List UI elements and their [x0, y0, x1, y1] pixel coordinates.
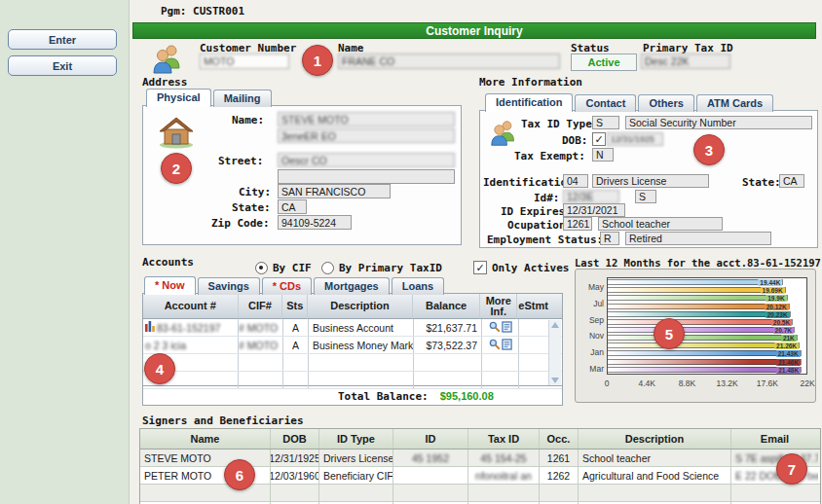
chart-bar: 21.26K [608, 342, 800, 348]
tab-mortgages[interactable]: Mortgages [314, 277, 390, 295]
signer-description [579, 485, 731, 501]
chart-bar: 20.5K [608, 319, 793, 325]
id-state-input[interactable]: CA [779, 174, 804, 188]
signer-id [393, 467, 468, 484]
exit-button[interactable]: Exit [8, 55, 117, 76]
col-tax-id: Tax ID [468, 429, 540, 449]
employment-code-input[interactable]: R [600, 232, 619, 245]
empty-cell [239, 372, 283, 388]
description-cell: Business Account [309, 319, 414, 336]
chart-month-label: Jan [581, 348, 607, 356]
address-zip-input[interactable]: 94109-5224 [278, 215, 352, 230]
tab-loans[interactable]: Loans [392, 277, 444, 295]
accounts-section-label: Accounts [142, 256, 194, 269]
only-actives-checkbox[interactable]: ✓ [473, 261, 487, 274]
signer-tax-id: nfonoitral an [468, 467, 540, 484]
status-cell: A [283, 319, 309, 336]
only-actives-option[interactable]: ✓ Only Actives [473, 261, 569, 274]
col-email: Email [731, 429, 818, 449]
tab-mailing[interactable]: Mailing [213, 90, 272, 107]
description-cell: Business Money Market [309, 337, 414, 353]
annotation-badge-1: 1 [302, 45, 333, 76]
annotation-badge-6: 6 [224, 459, 255, 490]
chart-x-tick: 17.6K [757, 378, 778, 388]
tax-exempt-input[interactable]: N [592, 148, 614, 162]
chart-bar-value: 21.46K [776, 359, 801, 366]
tab-identification[interactable]: Identification [485, 93, 573, 112]
by-cif-radio[interactable] [255, 262, 268, 274]
address-city-label: City: [239, 186, 271, 198]
address-name-input-2[interactable]: 3eneER EO [278, 128, 455, 143]
customer-number-input[interactable]: MOTO [200, 54, 289, 69]
signer-id: 45 1952 [393, 450, 468, 466]
tab-cds[interactable]: * CDs [262, 277, 312, 295]
tab-savings[interactable]: Savings [198, 277, 260, 295]
occupation-code-input[interactable]: 1261 [563, 217, 592, 231]
signer-id-type: Drivers License [319, 450, 393, 466]
tax-id-type-desc: Social Security Number [625, 116, 812, 129]
dob-checkbox[interactable]: ✓ [592, 132, 606, 146]
tab-contact[interactable]: Contact [575, 94, 636, 112]
scroll-down-icon[interactable] [551, 378, 559, 383]
address-state-input[interactable]: CA [278, 199, 307, 214]
annotation-badge-2: 2 [161, 153, 192, 184]
accounts-panel: Account # CIF# Sts Description Balance M… [142, 293, 563, 406]
col-id-type: ID Type [319, 429, 393, 449]
statement-icon[interactable] [502, 321, 512, 335]
dob-value: 12/31/1925 [607, 132, 663, 146]
detail-search-icon[interactable] [489, 321, 500, 334]
by-primary-taxid-radio[interactable] [321, 262, 334, 274]
chart-title: Last 12 Months for the acct.83-61-152197… [575, 257, 822, 269]
chart-x-tick: 4.4K [638, 378, 655, 388]
more-inf-cell [482, 319, 519, 336]
account-row[interactable]: 83-61-152197# MOTOABusiness Account$21,6… [143, 319, 562, 337]
detail-search-icon[interactable] [489, 339, 500, 351]
col-signer-description: Description [579, 429, 731, 449]
signer-description: Agricultural and Food Science [579, 467, 731, 484]
signer-dob [271, 485, 319, 501]
address-city-input[interactable]: SAN FRANCISCO [278, 184, 391, 198]
dob-label: DOB: [562, 134, 588, 147]
id-suffix-input[interactable]: S [635, 190, 656, 203]
cif-number-cell: # MOTO [239, 319, 283, 336]
chart-bar: 21.46K [608, 359, 802, 365]
chart-bar-value: 21.26K [774, 342, 799, 349]
by-cif-option[interactable]: By CIF [255, 262, 312, 274]
signer-dob: 12/31/1925 [271, 450, 319, 466]
empty-cell [519, 372, 551, 388]
enter-button[interactable]: Enter [8, 29, 117, 50]
chart-x-tick: 8.8K [679, 378, 696, 388]
tab-physical[interactable]: Physical [146, 89, 211, 107]
id-expires-input[interactable]: 12/31/2021 [563, 203, 625, 217]
tab-now[interactable]: * Now [144, 276, 196, 295]
chart-month-label: Jul [581, 300, 607, 307]
identification-code-input[interactable]: 04 [563, 174, 588, 188]
by-primary-taxid-option[interactable]: By Primary TaxID [321, 262, 442, 274]
accounts-scrollbar[interactable] [548, 320, 561, 385]
name-input[interactable]: FRANE CO [338, 54, 560, 69]
signer-id-type [319, 485, 393, 501]
address-street-input-2[interactable] [278, 169, 455, 184]
tab-atm-cards[interactable]: ATM Cards [696, 94, 773, 112]
address-name-input-1[interactable]: STEVE MOTO [278, 112, 455, 126]
total-balance-label: Total Balance: [338, 390, 429, 403]
col-estmt: eStmt [517, 294, 549, 319]
customer-inquiry-screen: Enter Exit Pgm: CUSTR001 Customer Inquir… [0, 0, 822, 504]
col-sts: Sts [282, 294, 308, 319]
cif-number-cell: # MOTO [239, 337, 283, 353]
tax-id-type-code-input[interactable]: S [592, 116, 619, 129]
account-row[interactable]: o 2 3 icia# MOTOABusiness Money Market$7… [143, 337, 562, 354]
estmt-cell [519, 337, 551, 353]
statement-icon[interactable] [502, 339, 512, 352]
scroll-up-icon[interactable] [551, 322, 559, 328]
chart-month-label: Nov [581, 332, 607, 340]
chart-bar: 21.43K [608, 350, 802, 356]
identification-desc: Drivers License [592, 174, 709, 188]
signer-tax-id [468, 485, 540, 501]
program-id-label: Pgm: CUSTR001 [161, 5, 244, 18]
id-number-input[interactable]: 12/3E [563, 190, 619, 203]
tab-others[interactable]: Others [638, 94, 693, 112]
employment-status-label: Employment Status: [487, 234, 603, 246]
address-zip-label: Zip Code: [211, 217, 270, 230]
address-street-input-1[interactable]: Oescr CO [278, 153, 455, 167]
